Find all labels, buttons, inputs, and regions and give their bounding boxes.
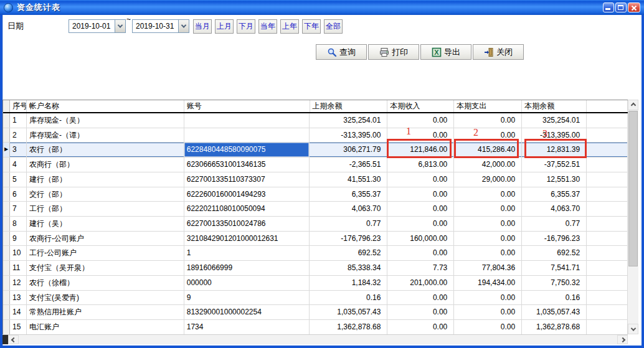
cell-account-number-editing[interactable]: 6228480448580090075 bbox=[184, 143, 310, 157]
maximize-button[interactable] bbox=[615, 2, 627, 12]
scroll-up-button[interactable] bbox=[628, 100, 638, 110]
vertical-scrollbar[interactable] bbox=[628, 100, 638, 334]
close-button[interactable] bbox=[628, 2, 640, 12]
cell-prev-balance: 6,355.37 bbox=[310, 187, 387, 202]
cell-balance: 0.77 bbox=[522, 217, 587, 231]
table-row[interactable]: 4 农商行（邵） 6230666531001346135 -2,365.51 6… bbox=[3, 158, 628, 172]
date-to-select[interactable]: 2019-10-31 bbox=[132, 19, 189, 33]
cell-balance: 325,254.01 bbox=[522, 113, 587, 128]
cell-account-number: 6222600160001494293 bbox=[184, 187, 310, 202]
quick-button-prev-year[interactable]: 上年 bbox=[280, 19, 299, 34]
quick-button-prev-month[interactable]: 上月 bbox=[215, 19, 234, 34]
cell-income: 0.00 bbox=[387, 113, 454, 128]
column-header-seq[interactable]: 序号 bbox=[10, 100, 27, 112]
cell-expense: 0.00 bbox=[454, 187, 522, 202]
cell-income: 0.00 bbox=[387, 187, 454, 202]
vertical-scrollbar-thumb[interactable] bbox=[628, 111, 638, 266]
minimize-button[interactable] bbox=[603, 2, 614, 12]
column-header-account-number[interactable]: 账号 bbox=[184, 100, 310, 112]
cell-extra bbox=[587, 276, 628, 290]
app-window: 资金统计表 日期 2019-10-01 ~ 2019-10-31 当月 上月 下… bbox=[0, 0, 644, 348]
scroll-left-button[interactable] bbox=[8, 335, 19, 344]
table-row[interactable]: 10 工行-公司账户 1 692.52 0.00 0.00 692.52 bbox=[3, 246, 628, 261]
row-indicator bbox=[3, 232, 10, 246]
table-row[interactable]: 13 支付宝(吴爱青) 9 0.16 0.00 0.00 0.16 bbox=[3, 291, 628, 306]
row-indicator bbox=[3, 276, 10, 290]
column-header-expense[interactable]: 本期支出 bbox=[454, 100, 522, 112]
cell-account-name: 建行（邵） bbox=[27, 172, 184, 187]
quick-button-next-month[interactable]: 下月 bbox=[237, 19, 255, 34]
quick-button-next-year[interactable]: 下年 bbox=[302, 19, 321, 34]
quick-range-buttons: 当月 上月 下月 当年 上年 下年 全部 bbox=[193, 19, 343, 34]
cell-balance: 7,750.32 bbox=[522, 276, 587, 290]
window-title: 资金统计表 bbox=[17, 2, 60, 13]
cell-extra bbox=[587, 128, 628, 143]
cell-balance: 1,362,878.68 bbox=[522, 320, 587, 334]
chevron-down-icon bbox=[118, 22, 123, 27]
cell-prev-balance: 0.77 bbox=[310, 217, 387, 231]
cell-expense: 0.00 bbox=[454, 232, 522, 246]
date-from-dropdown-button[interactable] bbox=[115, 20, 125, 32]
cell-account-name: 支付宝（吴开泉） bbox=[27, 261, 184, 275]
date-from-value: 2019-10-01 bbox=[69, 22, 115, 31]
date-to-dropdown-button[interactable] bbox=[178, 20, 189, 32]
close-window-button-label: 关闭 bbox=[496, 47, 513, 58]
column-header-income[interactable]: 本期收入 bbox=[387, 100, 454, 112]
row-indicator bbox=[3, 305, 10, 319]
titlebar[interactable]: 资金统计表 bbox=[0, 0, 644, 15]
row-indicator bbox=[3, 158, 10, 172]
table-row[interactable]: 8 建行（吴） 6227001335010024786 0.77 0.00 0.… bbox=[3, 217, 628, 232]
table-row[interactable]: 2 库存现金-（谭） -313,395.00 0.00 0.00 -313,39… bbox=[3, 128, 628, 143]
horizontal-scrollbar-thumb[interactable] bbox=[2, 335, 8, 344]
cell-prev-balance: 41,551.30 bbox=[310, 172, 387, 187]
table-row[interactable]: 15 电汇账户 1734 1,362,878.68 0.00 0.00 1,36… bbox=[3, 320, 628, 335]
table-row[interactable]: 5 建行（邵） 6227001335110373307 41,551.30 0.… bbox=[3, 172, 628, 187]
horizontal-scrollbar[interactable] bbox=[2, 334, 628, 344]
cell-extra bbox=[587, 172, 628, 187]
column-header-account-name[interactable]: 帐户名称 bbox=[27, 100, 184, 112]
column-header-extra bbox=[587, 100, 628, 112]
cell-prev-balance: 4,063.70 bbox=[310, 202, 387, 216]
cell-expense: 0.00 bbox=[454, 128, 522, 143]
row-indicator bbox=[3, 291, 10, 305]
quick-button-all[interactable]: 全部 bbox=[324, 19, 343, 34]
cell-expense: 0.00 bbox=[454, 305, 522, 319]
chevron-up-icon bbox=[630, 102, 635, 107]
cell-prev-balance: 1,035,057.43 bbox=[310, 305, 387, 319]
table-row[interactable]: 12 农行（徐榴） 000000 1,184.32 201,000.00 194… bbox=[3, 276, 628, 291]
table-row[interactable]: 7 工行（邵） 6222021108010050094 4,063.70 0.0… bbox=[3, 202, 628, 217]
row-indicator bbox=[3, 202, 10, 216]
print-button-label: 打印 bbox=[392, 47, 408, 58]
cell-extra bbox=[587, 113, 628, 128]
cell-balance: -313,395.00 bbox=[522, 128, 587, 143]
print-button[interactable]: 打印 bbox=[368, 44, 419, 60]
table-row[interactable]: 1 库存现金-（吴） 325,254.01 0.00 0.00 325,254.… bbox=[3, 113, 628, 128]
scroll-down-button[interactable] bbox=[628, 324, 638, 334]
cell-seq: 3 bbox=[10, 143, 27, 157]
cell-account-number: 9 bbox=[184, 291, 310, 305]
cell-balance: 7,541.71 bbox=[522, 261, 587, 275]
table-row[interactable]: 6 交行（邵） 6222600160001494293 6,355.37 0.0… bbox=[3, 187, 628, 202]
close-window-button[interactable]: 关闭 bbox=[473, 44, 524, 60]
table-row[interactable]: 14 常熟信用社账户 813290001000002254 1,035,057.… bbox=[3, 305, 628, 320]
chevron-down-icon bbox=[630, 326, 635, 331]
row-indicator-header bbox=[3, 100, 10, 112]
column-header-balance[interactable]: 本期余额 bbox=[522, 100, 587, 112]
cell-account-name: 库存现金-（吴） bbox=[27, 113, 184, 128]
cell-income: 0.00 bbox=[387, 128, 454, 143]
cell-income: 0.00 bbox=[387, 291, 454, 305]
date-to-value: 2019-10-31 bbox=[133, 22, 178, 31]
table-row[interactable]: 9 农商行-公司账户 3210842901201000012631 -176,7… bbox=[3, 232, 628, 247]
quick-button-current-year[interactable]: 当年 bbox=[258, 19, 277, 34]
date-from-select[interactable]: 2019-10-01 bbox=[69, 19, 126, 33]
query-button[interactable]: 查询 bbox=[316, 44, 367, 60]
table-row[interactable]: 11 支付宝（吴开泉） 18916066999 85,338.34 7.73 7… bbox=[3, 261, 628, 276]
column-header-prev-balance[interactable]: 上期余额 bbox=[310, 100, 388, 112]
cell-expense: 0.00 bbox=[454, 320, 522, 334]
table-row[interactable]: ▶ 3 农行（邵） 6228480448580090075 306,271.79… bbox=[3, 143, 628, 158]
cell-seq: 1 bbox=[10, 113, 27, 128]
row-indicator bbox=[3, 172, 10, 187]
quick-button-current-month[interactable]: 当月 bbox=[193, 19, 212, 34]
export-button[interactable]: X 导出 bbox=[420, 44, 471, 60]
scroll-right-button[interactable] bbox=[617, 335, 628, 344]
